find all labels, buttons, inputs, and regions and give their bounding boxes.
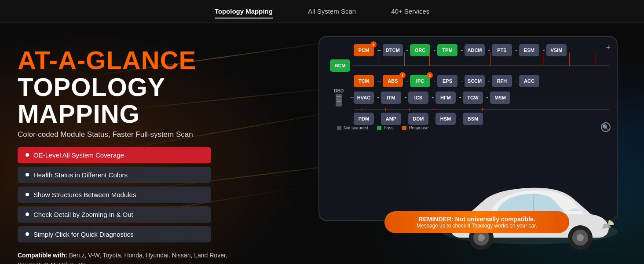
module-sccm[interactable]: SCCM [465,75,485,87]
module-esm[interactable]: ESM [519,44,539,56]
module-eps[interactable]: EPS [437,75,457,87]
svg-point-4 [478,234,485,241]
car-svg [424,159,635,252]
module-ipc[interactable]: IPC2 [410,75,430,87]
module-tcm[interactable]: TCM [354,75,374,87]
module-bsm[interactable]: BSM [463,113,483,125]
bullet-dot [26,232,29,236]
module-orc[interactable]: ORC [410,44,430,56]
feature-quick-diagnostics[interactable]: Simply Click for Quick Diagnostics [18,226,211,242]
legend-not-scanned: Not scanned [337,125,368,130]
module-rfh[interactable]: RFH [492,75,512,87]
topology-legend: Not scanned Pass Response [337,125,428,130]
compatible-text: Compatible with: Ben.z, V-W, Toyota, Hon… [18,250,251,264]
nav-topology-mapping[interactable]: Topology Mapping [215,6,273,17]
module-hsm[interactable]: HSM [435,113,456,125]
feature-zoom[interactable]: Check Detail by Zooming In & Out [18,206,211,223]
bullet-dot [26,193,29,196]
bullet-dot [26,173,29,176]
nav-all-system-scan[interactable]: All System Scan [308,6,356,17]
right-content: + PCM6 DTCM ORC TPM ADCM PTS ESM [318,36,635,247]
compatible-label: Compatible with: [18,252,67,259]
obd-port: OBD [327,88,350,106]
svg-point-7 [577,234,584,241]
subtitle: Color-coded Module Status, Faster Full-s… [18,130,251,139]
navigation: Topology Mapping All System Scan 40+ Ser… [0,0,644,23]
feature-label: Health Status in Different Colors [33,171,128,179]
zoom-icon[interactable]: 🔍 [601,122,611,132]
module-msm[interactable]: MSM [490,92,510,104]
module-abs[interactable]: ABS2 [383,75,403,87]
module-ics[interactable]: ICS [408,92,428,104]
headline-white: TOPOLOGY MAPPING [18,74,251,128]
reminder-banner[interactable]: REMINDER: Not universally compatible. Me… [384,211,569,233]
module-pdm[interactable]: PDM [354,113,374,125]
module-acc[interactable]: ACC [519,75,539,87]
feature-label: Simply Click for Quick Diagnostics [33,231,134,238]
left-content: AT-A-GLANCE TOPOLOGY MAPPING Color-coded… [18,47,251,264]
headline-orange: AT-A-GLANCE [18,47,251,74]
bullet-dot [26,153,29,157]
bullet-dot [26,213,29,216]
feature-health-status[interactable]: Health Status in Different Colors [18,167,211,183]
module-bcm[interactable]: BCM [330,59,350,72]
module-hfm[interactable]: HFM [435,92,456,104]
topology-row-2: TCM ABS2 IPC2 EPS SCCM RFH ACC [354,75,609,87]
module-dtcm[interactable]: DTCM [383,44,403,56]
module-tpm[interactable]: TPM [437,44,457,56]
legend-response: Response [402,125,428,130]
module-itm[interactable]: ITM [381,92,401,104]
topology-row-1: PCM6 DTCM ORC TPM ADCM PTS ESM VSIM [354,44,609,56]
feature-show-structures[interactable]: Show Structures Between Modules [18,187,211,203]
feature-label: Check Detail by Zooming In & Out [33,211,133,218]
module-tgw[interactable]: TGW [463,92,483,104]
module-amp[interactable]: AMP [381,113,401,125]
topology-row-3: HVAC ITM ICS HFM TGW MSM [354,92,609,104]
module-ddm[interactable]: DDM [408,113,428,125]
nav-40-services[interactable]: 40+ Services [391,6,429,17]
module-vsim[interactable]: VSIM [546,44,567,56]
module-adcm[interactable]: ADCM [465,44,485,56]
legend-not-scanned-label: Not scanned [344,125,368,130]
car-image [424,159,635,252]
feature-oe-coverage[interactable]: OE-Level All System Coverage [18,147,211,163]
topology-diagram: + PCM6 DTCM ORC TPM ADCM PTS ESM [319,37,617,136]
hero-section: AT-A-GLANCE TOPOLOGY MAPPING Color-coded… [0,23,644,264]
module-hvac[interactable]: HVAC [354,92,374,104]
reminder-sub: Message us to check if Topology works on… [398,223,556,229]
legend-pass-label: Pass [384,125,393,130]
reminder-title: REMINDER: Not universally compatible. [398,216,556,223]
legend-response-label: Response [409,125,428,130]
feature-label: OE-Level All System Coverage [33,151,124,159]
module-pcm[interactable]: PCM6 [354,44,374,56]
feature-list: OE-Level All System Coverage Health Stat… [18,147,251,242]
topology-row-4: PDM AMP DDM HSM BSM [354,113,609,125]
legend-pass: Pass [377,125,393,130]
module-pts[interactable]: PTS [492,44,512,56]
feature-label: Show Structures Between Modules [33,191,136,198]
obd-label: OBD [334,88,344,93]
